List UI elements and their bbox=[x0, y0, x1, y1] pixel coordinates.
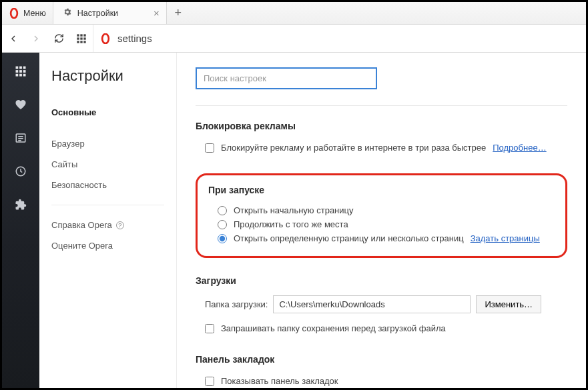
section-bookmarks-bar: Панель закладок Показывать панель заклад… bbox=[196, 354, 567, 388]
section-startup: При запуске Открыть начальную страницу П… bbox=[196, 173, 567, 258]
nav-link-help[interactable]: Справка Opera ? bbox=[51, 215, 164, 235]
adblock-title: Блокировка рекламы bbox=[196, 121, 567, 131]
svg-rect-14 bbox=[16, 70, 19, 73]
svg-rect-3 bbox=[83, 34, 85, 36]
downloads-title: Загрузки bbox=[196, 275, 567, 286]
menu-label: Меню bbox=[23, 9, 46, 18]
downloads-folder-input[interactable] bbox=[273, 295, 471, 313]
nav-link-sites[interactable]: Сайты bbox=[51, 154, 164, 175]
speed-dial-button[interactable] bbox=[70, 25, 93, 52]
rail-bookmarks-icon[interactable] bbox=[14, 98, 27, 111]
section-downloads: Загрузки Папка загрузки: Изменить… Запра… bbox=[196, 275, 567, 335]
startup-opt2-label: Продолжить с того же места bbox=[234, 219, 348, 229]
downloads-folder-label: Папка загрузки: bbox=[205, 299, 268, 309]
settings-nav: Настройки Основные Браузер Сайты Безопас… bbox=[39, 53, 177, 388]
section-adblock: Блокировка рекламы Блокируйте рекламу и … bbox=[196, 121, 567, 155]
downloads-ask-checkbox[interactable] bbox=[205, 324, 214, 333]
rail-history-icon[interactable] bbox=[14, 165, 27, 178]
bookmarks-title: Панель закладок bbox=[196, 354, 567, 365]
svg-point-0 bbox=[11, 9, 17, 18]
svg-rect-11 bbox=[16, 67, 19, 69]
rail-news-icon[interactable] bbox=[14, 131, 27, 145]
address-input[interactable] bbox=[117, 33, 579, 44]
left-rail bbox=[2, 53, 39, 388]
svg-rect-8 bbox=[80, 41, 82, 43]
downloads-ask-label: Запрашивать папку сохранения перед загру… bbox=[221, 323, 446, 333]
new-tab-button[interactable]: + bbox=[167, 6, 190, 20]
startup-radio-specific[interactable] bbox=[218, 234, 227, 243]
adblock-checkbox[interactable] bbox=[205, 143, 214, 153]
opera-logo-icon bbox=[9, 8, 19, 19]
tab-label: Настройки bbox=[77, 9, 118, 18]
svg-rect-18 bbox=[19, 74, 22, 77]
reload-button[interactable] bbox=[47, 25, 70, 52]
titlebar: Меню Настройки × + bbox=[2, 2, 586, 25]
gear-icon bbox=[63, 7, 72, 19]
forward-button[interactable] bbox=[25, 25, 47, 52]
startup-title: При запуске bbox=[208, 185, 555, 195]
help-icon: ? bbox=[116, 221, 124, 229]
downloads-change-button[interactable]: Изменить… bbox=[476, 295, 541, 313]
svg-rect-15 bbox=[19, 70, 22, 73]
svg-rect-16 bbox=[23, 70, 26, 73]
svg-rect-6 bbox=[83, 37, 85, 39]
bookmarks-show-checkbox[interactable] bbox=[205, 377, 214, 386]
svg-rect-7 bbox=[77, 41, 79, 43]
address-bar[interactable] bbox=[93, 25, 586, 52]
startup-opt3-label: Открыть определенную страницу или нескол… bbox=[234, 233, 464, 243]
nav-link-browser[interactable]: Браузер bbox=[51, 133, 164, 154]
opera-logo-icon bbox=[100, 33, 111, 44]
adblock-label: Блокируйте рекламу и работайте в интерне… bbox=[221, 143, 486, 153]
nav-link-basic[interactable]: Основные bbox=[51, 102, 164, 123]
menu-button[interactable]: Меню bbox=[2, 2, 53, 24]
back-button[interactable] bbox=[2, 25, 25, 52]
search-input[interactable] bbox=[196, 67, 377, 89]
rail-speed-dial-icon[interactable] bbox=[14, 65, 27, 78]
svg-rect-5 bbox=[80, 37, 82, 39]
adblock-more-link[interactable]: Подробнее… bbox=[493, 143, 546, 153]
nav-link-rate[interactable]: Оцените Opera bbox=[51, 235, 164, 256]
svg-rect-2 bbox=[80, 34, 82, 36]
svg-point-10 bbox=[102, 34, 109, 43]
settings-title: Настройки bbox=[51, 67, 164, 85]
svg-rect-13 bbox=[23, 67, 26, 69]
tab-settings[interactable]: Настройки × bbox=[53, 2, 167, 24]
svg-rect-1 bbox=[77, 34, 79, 36]
close-icon[interactable]: × bbox=[154, 7, 160, 19]
nav-link-security[interactable]: Безопасность bbox=[51, 175, 164, 195]
settings-content: Блокировка рекламы Блокируйте рекламу и … bbox=[177, 53, 586, 388]
startup-opt1-label: Открыть начальную страницу bbox=[234, 205, 354, 215]
svg-rect-4 bbox=[77, 37, 79, 39]
bookmarks-show-label: Показывать панель закладок bbox=[221, 376, 338, 386]
rail-extensions-icon[interactable] bbox=[14, 198, 27, 211]
svg-rect-19 bbox=[23, 74, 26, 77]
svg-rect-17 bbox=[16, 74, 19, 77]
startup-radio-home[interactable] bbox=[218, 206, 227, 215]
startup-set-pages-link[interactable]: Задать страницы bbox=[471, 233, 540, 243]
navbar bbox=[2, 25, 586, 53]
startup-radio-continue[interactable] bbox=[218, 220, 227, 229]
svg-rect-12 bbox=[19, 67, 22, 69]
svg-rect-9 bbox=[83, 41, 85, 43]
nav-help-label: Справка Opera bbox=[51, 220, 112, 230]
